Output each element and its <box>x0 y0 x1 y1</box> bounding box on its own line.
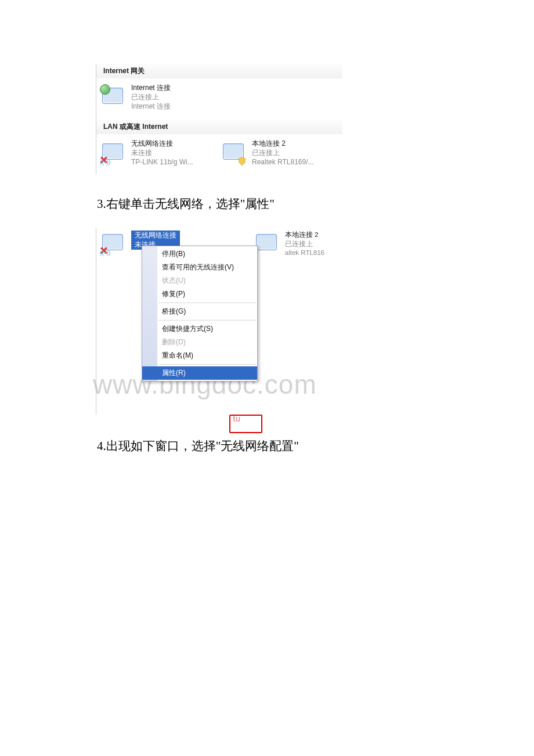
gateway-section-body: Internet 连接 已连接上 Internet 连接 <box>96 78 342 120</box>
network-connections-panel: Internet 网关 Internet 连接 已连接上 Internet 连接… <box>96 64 342 175</box>
wifi-badge-icon: ((•)) <box>100 159 111 165</box>
menu-item-1[interactable]: 查看可用的无线连接(V) <box>142 261 257 274</box>
selected-title: 无线网络连接 <box>135 231 176 240</box>
local-desc: Realtek RTL8169/... <box>252 157 314 167</box>
local-connection-icon <box>221 140 246 165</box>
local-connection-item[interactable]: 本地连接 2 已连接上 Realtek RTL8169/... <box>221 139 325 167</box>
gateway-section-header: Internet 网关 <box>96 64 342 78</box>
shield-badge-icon <box>238 157 246 165</box>
wireless-title: 无线网络连接 <box>131 139 193 148</box>
right-title: 本地连接 2 <box>285 231 324 240</box>
menu-item-0[interactable]: 停用(B) <box>142 247 257 261</box>
menu-item-5[interactable]: 桥接(G) <box>142 305 257 318</box>
menu-separator <box>158 303 256 303</box>
menu-item-8: 删除(D) <box>142 336 257 349</box>
wireless-status: 未连接 <box>131 148 193 157</box>
menu-item-2: 状态(U) <box>142 274 257 287</box>
internet-connection-icon <box>100 84 125 110</box>
wireless-connection-item[interactable]: ((•)) 无线网络连接 未连接 TP-LINK 11b/g Wi... <box>100 139 204 167</box>
menu-separator <box>158 364 256 365</box>
wireless-desc: TP-LINK 11b/g Wi... <box>131 157 193 167</box>
local-title: 本地连接 2 <box>252 139 314 148</box>
local-status: 已连接上 <box>252 148 314 157</box>
menu-separator <box>158 320 256 321</box>
instruction-step-4: 4.出现如下窗口，选择"无线网络配置" <box>97 438 438 454</box>
lan-section-header: LAN 或高速 Internet <box>96 120 342 134</box>
internet-connection-status: 已连接上 <box>131 92 171 102</box>
lan-section-body: ((•)) 无线网络连接 未连接 TP-LINK 11b/g Wi... 本地连… <box>96 134 342 175</box>
menu-item-9[interactable]: 重命名(M) <box>142 349 257 362</box>
menu-item-11[interactable]: 属性(R) <box>142 366 257 380</box>
right-desc: altek RTL816 <box>285 249 324 258</box>
right-status: 已连接上 <box>285 240 324 249</box>
wireless-icon-selected: ((•)) <box>100 231 125 256</box>
wifi-badge-icon: ((•)) <box>100 249 111 256</box>
internet-connection-item[interactable]: Internet 连接 已连接上 Internet 连接 <box>100 83 204 111</box>
internet-connection-desc: Internet 连接 <box>131 102 171 111</box>
menu-item-3[interactable]: 修复(P) <box>142 287 257 301</box>
menu-item-7[interactable]: 创建快捷方式(S) <box>142 322 257 336</box>
internet-connection-title: Internet 连接 <box>131 83 171 92</box>
context-menu: 停用(B)查看可用的无线连接(V)状态(U)修复(P)桥接(G)创建快捷方式(S… <box>142 246 258 381</box>
local-item-context[interactable]: 本地连接 2 已连接上 altek RTL816 <box>254 231 324 258</box>
context-menu-panel: ((•)) 无线网络连接 未连接 本地连接 2 已连接上 altek RTL81… <box>96 228 328 415</box>
instruction-step-3: 3.右键单击无线网络，选择"属性" <box>97 196 438 212</box>
wireless-icon: ((•)) <box>100 140 125 165</box>
